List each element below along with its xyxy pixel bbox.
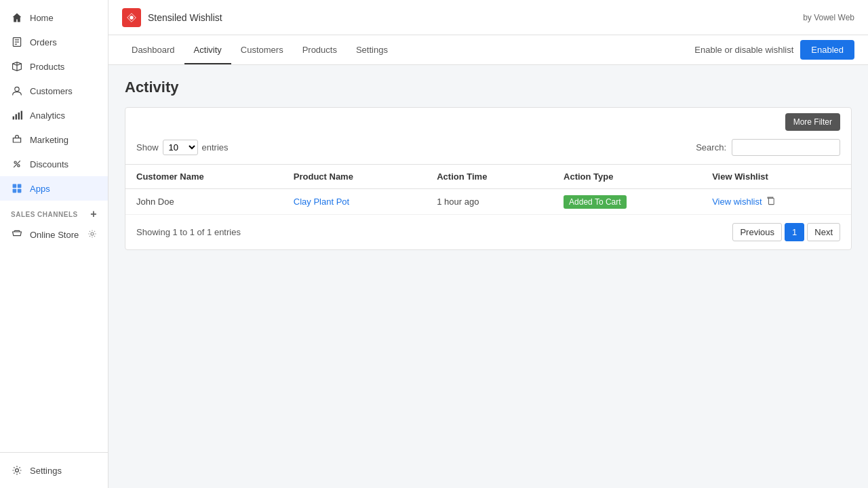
view-wishlist-link[interactable]: View wishlist	[712, 197, 762, 207]
cell-action-time: 1 hour ago	[426, 189, 553, 215]
svg-rect-14	[13, 189, 17, 193]
add-sales-channel-icon[interactable]: +	[90, 209, 97, 220]
sidebar-item-label: Home	[30, 13, 54, 23]
sidebar-item-analytics[interactable]: Analytics	[0, 103, 108, 127]
page-1-button[interactable]: 1	[785, 223, 804, 241]
apps-icon	[11, 182, 23, 195]
table-top-row: More Filter	[125, 108, 851, 131]
tab-activity[interactable]: Activity	[184, 37, 231, 64]
more-filter-button[interactable]: More Filter	[785, 113, 840, 131]
online-store-settings-icon[interactable]	[87, 229, 97, 241]
sidebar: Home Orders Products Customers Analytics	[0, 0, 108, 488]
orders-icon	[11, 36, 23, 48]
main-content: Stensiled Wishlist by Vowel Web Dashboar…	[108, 0, 868, 488]
svg-point-18	[130, 16, 133, 19]
home-icon	[11, 12, 23, 24]
show-label: Show	[136, 142, 159, 152]
store-icon	[11, 228, 23, 241]
cell-customer-name: John Doe	[125, 189, 283, 215]
topbar-left: Stensiled Wishlist	[122, 8, 222, 27]
tab-products[interactable]: Products	[293, 37, 347, 64]
view-wishlist-cell: View wishlist	[712, 196, 840, 207]
svg-rect-6	[16, 114, 17, 119]
marketing-icon	[11, 134, 23, 146]
analytics-icon	[11, 109, 23, 121]
svg-point-17	[16, 469, 19, 472]
customers-icon	[11, 85, 23, 97]
settings-icon	[11, 464, 23, 476]
sidebar-item-home[interactable]: Home	[0, 5, 108, 30]
sidebar-item-label: Settings	[30, 466, 62, 476]
sidebar-item-label: Online Store	[30, 230, 79, 240]
search-area: Search:	[696, 139, 840, 156]
sidebar-item-marketing[interactable]: Marketing	[0, 127, 108, 152]
sidebar-nav: Home Orders Products Customers Analytics	[0, 0, 108, 452]
tabs-bar: Dashboard Activity Customers Products Se…	[108, 35, 868, 65]
activity-table: Customer Name Product Name Action Time A…	[125, 164, 851, 215]
tab-settings[interactable]: Settings	[347, 37, 397, 64]
table-header-row: Customer Name Product Name Action Time A…	[125, 165, 851, 189]
sidebar-item-online-store[interactable]: Online Store	[0, 222, 108, 247]
search-label: Search:	[696, 142, 726, 152]
sidebar-item-orders[interactable]: Orders	[0, 30, 108, 54]
product-link[interactable]: Clay Plant Pot	[294, 197, 349, 207]
tab-customers[interactable]: Customers	[231, 37, 293, 64]
topbar-by: by Vowel Web	[803, 13, 854, 22]
table-row: John Doe Clay Plant Pot 1 hour ago Added…	[125, 189, 851, 215]
search-input[interactable]	[732, 139, 840, 156]
action-type-badge: Added To Cart	[564, 195, 627, 209]
pagination: Previous 1 Next	[732, 223, 840, 241]
sidebar-item-label: Discounts	[30, 159, 68, 169]
sidebar-item-label: Customers	[30, 86, 73, 96]
table-footer: Showing 1 to 1 of 1 entries Previous 1 N…	[125, 215, 851, 249]
sidebar-item-discounts[interactable]: Discounts	[0, 152, 108, 176]
svg-rect-15	[18, 189, 22, 193]
col-action-type: Action Type	[553, 165, 701, 189]
col-customer-name: Customer Name	[125, 165, 283, 189]
tabs-right: Enable or disable wishlist Enabled	[694, 40, 854, 60]
svg-rect-13	[18, 184, 22, 188]
enable-label: Enable or disable wishlist	[694, 45, 793, 55]
tabs: Dashboard Activity Customers Products Se…	[122, 37, 397, 64]
svg-rect-5	[13, 117, 14, 120]
table-controls: Show 10 25 50 100 entries Search:	[125, 131, 851, 164]
col-product-name: Product Name	[283, 165, 426, 189]
sidebar-item-products[interactable]: Products	[0, 54, 108, 79]
app-title: Stensiled Wishlist	[148, 12, 222, 23]
sidebar-item-settings[interactable]: Settings	[0, 458, 108, 483]
tab-dashboard[interactable]: Dashboard	[122, 37, 184, 64]
page-content: Activity More Filter Show 10 25 50 100 e…	[108, 65, 868, 488]
svg-point-10	[18, 165, 20, 167]
copy-icon[interactable]	[766, 196, 776, 207]
sidebar-item-customers[interactable]: Customers	[0, 79, 108, 103]
cell-action-type: Added To Cart	[553, 189, 701, 215]
svg-point-16	[91, 232, 94, 235]
svg-point-9	[14, 161, 16, 163]
sidebar-item-label: Marketing	[30, 135, 68, 145]
sidebar-item-label: Products	[30, 62, 64, 72]
entries-select[interactable]: 10 25 50 100	[163, 140, 198, 155]
prev-button[interactable]: Previous	[732, 223, 782, 241]
sidebar-bottom: Settings	[0, 452, 108, 488]
svg-rect-12	[13, 184, 17, 188]
showing-text: Showing 1 to 1 of 1 entries	[136, 227, 241, 237]
products-icon	[11, 60, 23, 73]
col-view-wishlist: View Wishlist	[701, 165, 851, 189]
svg-rect-7	[18, 113, 20, 119]
sidebar-item-label: Apps	[30, 184, 50, 194]
svg-rect-19	[768, 199, 774, 205]
svg-point-4	[15, 87, 19, 91]
table-container: More Filter Show 10 25 50 100 entries Se…	[125, 107, 852, 250]
sidebar-item-apps[interactable]: Apps	[0, 176, 108, 201]
show-entries: Show 10 25 50 100 entries	[136, 140, 229, 155]
app-logo	[122, 8, 141, 27]
discounts-icon	[11, 158, 23, 170]
enabled-button[interactable]: Enabled	[800, 40, 854, 60]
sidebar-item-label: Analytics	[30, 110, 65, 121]
page-title: Activity	[125, 79, 852, 96]
next-button[interactable]: Next	[807, 223, 840, 241]
cell-view-wishlist: View wishlist	[701, 189, 851, 215]
cell-product-name: Clay Plant Pot	[283, 189, 426, 215]
entries-label: entries	[202, 142, 229, 152]
topbar: Stensiled Wishlist by Vowel Web	[108, 0, 868, 35]
